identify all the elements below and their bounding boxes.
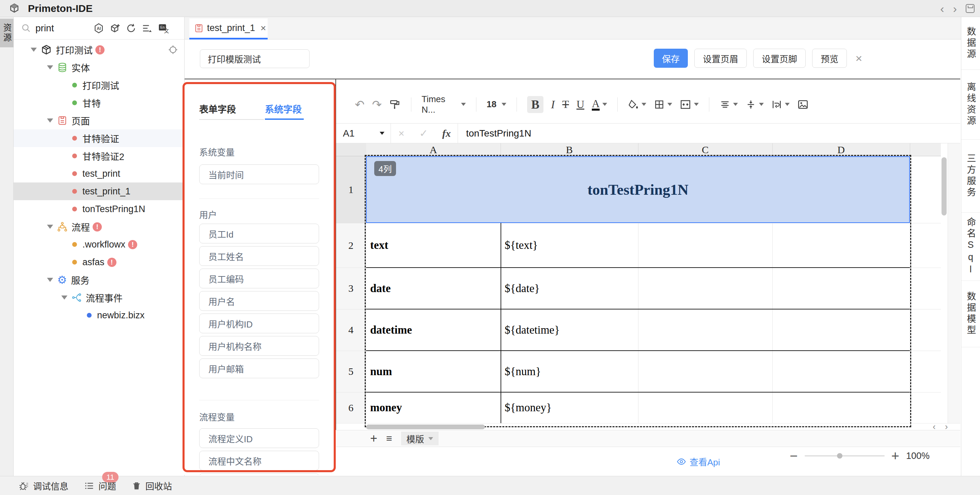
- sidebar-item-named-sql[interactable]: 命名Sql: [961, 213, 980, 281]
- tab-system-fields[interactable]: 系统字段: [265, 102, 304, 120]
- fill-color-dropdown[interactable]: [628, 99, 646, 110]
- tree-item-entities[interactable]: 实体: [14, 59, 184, 76]
- tree-item-entity-gantt[interactable]: 甘特: [14, 94, 184, 111]
- tree-item-print-test-project[interactable]: 打印测试 !: [14, 41, 184, 59]
- borders-dropdown[interactable]: [654, 99, 672, 110]
- tree-item-page-test-print-1[interactable]: test_print_1: [14, 183, 184, 200]
- horizontal-scrollbar[interactable]: ‹ ›: [336, 423, 960, 430]
- column-header-d[interactable]: D: [772, 143, 910, 156]
- merge-cells-dropdown[interactable]: [680, 99, 699, 110]
- sheet-tab-template[interactable]: 模版: [401, 432, 439, 445]
- zoom-slider-knob[interactable]: [837, 453, 842, 458]
- search-input[interactable]: [35, 23, 93, 34]
- field-user-org-name[interactable]: 用户机构名称: [199, 336, 319, 356]
- row-header-1[interactable]: 1: [336, 156, 366, 223]
- row-header-5[interactable]: 5: [336, 351, 366, 392]
- save-button[interactable]: 保存: [654, 49, 688, 68]
- add-sheet-icon[interactable]: +: [370, 432, 377, 445]
- grid-corner[interactable]: [336, 143, 366, 156]
- sheet-grid[interactable]: A B C D 1 2 3 4 5 6 text ${text}: [336, 143, 960, 423]
- field-flow-def-id[interactable]: 流程定义ID: [199, 428, 319, 448]
- tree-item-services[interactable]: ⚙ 服务: [14, 271, 184, 289]
- chevron-down-icon[interactable]: [61, 296, 67, 299]
- tab-form-fields[interactable]: 表单字段: [199, 102, 264, 120]
- cancel-entry-icon[interactable]: ×: [391, 128, 412, 139]
- tree-item-workflows[interactable]: 流程 !: [14, 218, 184, 236]
- selected-merged-cell[interactable]: tonTestPring1N: [366, 156, 910, 223]
- vertical-scrollbar[interactable]: [942, 157, 947, 215]
- chevron-down-icon[interactable]: [47, 118, 53, 123]
- tree-item-workflow-events[interactable]: 流程事件: [14, 289, 184, 306]
- chevron-down-icon[interactable]: [31, 48, 37, 52]
- font-color-dropdown[interactable]: A: [592, 99, 607, 111]
- template-name-input[interactable]: [200, 49, 310, 68]
- italic-button[interactable]: I: [551, 98, 555, 111]
- tree-item-newbiz-bizx[interactable]: newbiz.bizx: [14, 306, 184, 324]
- set-header-button[interactable]: 设置页眉: [694, 49, 747, 68]
- column-header-a[interactable]: A: [366, 143, 501, 156]
- debug-info-button[interactable]: 调试信息: [19, 479, 68, 492]
- horizontal-scrollbar-thumb[interactable]: [366, 425, 485, 429]
- nav-forward-icon[interactable]: ›: [953, 0, 957, 17]
- field-employee-name[interactable]: 员工姓名: [199, 246, 319, 266]
- insert-image-icon[interactable]: [797, 99, 809, 110]
- row-header-4[interactable]: 4: [336, 309, 366, 351]
- horizontal-align-dropdown[interactable]: [719, 99, 738, 110]
- vertical-align-dropdown[interactable]: [745, 99, 764, 110]
- preview-button[interactable]: 预览: [812, 49, 847, 68]
- field-current-time[interactable]: 当前时间: [199, 164, 319, 184]
- field-user-org-id[interactable]: 用户机构ID: [199, 314, 319, 333]
- new-resource-icon[interactable]: [110, 23, 121, 34]
- chevron-down-icon[interactable]: [47, 278, 53, 282]
- translate-icon[interactable]: En文: [158, 23, 170, 34]
- zoom-out-icon[interactable]: −: [790, 449, 797, 463]
- row-header-6[interactable]: 6: [336, 392, 366, 423]
- column-header-b[interactable]: B: [501, 143, 638, 156]
- collapse-list-icon[interactable]: [142, 23, 153, 34]
- set-footer-button[interactable]: 设置页脚: [753, 49, 806, 68]
- view-api-link[interactable]: 查看Api: [676, 455, 720, 468]
- tree-item-page-test-print[interactable]: test_print: [14, 165, 184, 183]
- nav-back-icon[interactable]: ‹: [940, 0, 944, 17]
- field-employee-code[interactable]: 员工编码: [199, 269, 319, 288]
- undo-icon[interactable]: ↶: [355, 99, 365, 110]
- sheet-list-icon[interactable]: ≡: [386, 433, 392, 444]
- text-wrap-dropdown[interactable]: [771, 99, 790, 110]
- sidebar-item-data-source[interactable]: 数据源: [961, 17, 980, 70]
- column-header-empty[interactable]: [910, 143, 941, 156]
- row-header-2[interactable]: 2: [336, 223, 366, 267]
- field-partial[interactable]: [199, 473, 319, 475]
- tree-item-workflowx[interactable]: .workflowx !: [14, 236, 184, 253]
- confirm-entry-icon[interactable]: ✓: [412, 127, 436, 139]
- tree-item-page-tontestpring1n[interactable]: tonTestPring1N: [14, 200, 184, 218]
- tab-test-print-1[interactable]: test_print_1 ×: [189, 18, 268, 40]
- tree-item-asfas[interactable]: asfas !: [14, 253, 184, 271]
- underline-button[interactable]: U: [576, 98, 584, 111]
- redo-icon[interactable]: ↷: [372, 99, 382, 110]
- tree-item-page-gantt-verify[interactable]: 甘特验证: [14, 129, 184, 147]
- cell-reference-dropdown[interactable]: A1: [336, 128, 391, 139]
- chevron-down-icon[interactable]: [47, 225, 53, 229]
- sidebar-item-offline-resources[interactable]: 离线资源: [961, 70, 980, 140]
- field-employee-id[interactable]: 员工Id: [199, 224, 319, 244]
- zoom-slider[interactable]: [805, 455, 885, 457]
- formula-value[interactable]: tonTestPring1N: [458, 128, 531, 139]
- close-icon[interactable]: ×: [261, 23, 266, 34]
- field-username[interactable]: 用户名: [199, 291, 319, 311]
- row-header-3[interactable]: 3: [336, 267, 366, 309]
- strikethrough-button[interactable]: T: [562, 98, 569, 111]
- chevron-down-icon[interactable]: [47, 65, 53, 70]
- column-header-c[interactable]: C: [638, 143, 772, 156]
- save-layout-icon[interactable]: [966, 4, 975, 13]
- field-user-email[interactable]: 用户邮箱: [199, 358, 319, 378]
- ai-assist-icon[interactable]: AI: [93, 23, 104, 34]
- font-family-dropdown[interactable]: Times N...: [422, 94, 466, 115]
- zoom-in-icon[interactable]: +: [891, 449, 899, 463]
- refresh-icon[interactable]: [126, 23, 136, 33]
- bold-button[interactable]: B: [527, 96, 544, 113]
- function-icon[interactable]: fx: [436, 128, 458, 139]
- field-flow-cn-name[interactable]: 流程中文名称: [199, 451, 319, 471]
- recycle-bin-button[interactable]: 回收站: [132, 479, 172, 492]
- format-painter-icon[interactable]: [389, 99, 401, 110]
- locate-icon[interactable]: [168, 45, 178, 55]
